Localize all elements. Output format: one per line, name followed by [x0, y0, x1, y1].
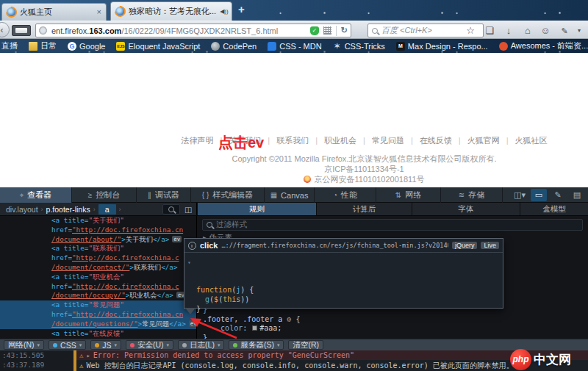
devtools-tab-storage[interactable]: ≋存储	[441, 187, 503, 203]
bookmark-item[interactable]: Awesomes - 前端资...	[499, 40, 588, 51]
devtools-tab-inspector[interactable]: ⌖查看器	[0, 187, 72, 203]
popup-badge-live[interactable]: Live	[481, 242, 499, 249]
inspector-line[interactable]: <a title="关于我们"	[0, 216, 196, 226]
inspector-line[interactable]: <a title="常见问题"	[0, 300, 196, 310]
breadcrumb-item[interactable]: a	[98, 204, 116, 215]
bookmark-label: Google	[79, 42, 105, 51]
url-bar[interactable]: ent.firefox.163.com/16/0222/09/4FMG6QJXD…	[35, 24, 351, 37]
devtools-tab-performance[interactable]: ◔性能	[315, 187, 376, 203]
console-filter-button[interactable]: 安全(U)▾	[126, 340, 173, 350]
caret-down-icon: ▾	[277, 342, 280, 348]
popup-badge-jquery[interactable]: jQuery	[452, 242, 478, 249]
bookmark-item[interactable]: CSS - MDN	[268, 42, 321, 51]
caret-down-icon: ▾	[167, 342, 170, 348]
footer-link[interactable]: 火狐官网	[467, 136, 500, 145]
clipboard-icon[interactable]: ❏	[481, 24, 498, 37]
brush-icon[interactable]: ✎	[550, 189, 566, 201]
event-badge[interactable]: ev	[189, 320, 197, 327]
console-filter-button[interactable]: 网络(N)▾	[4, 340, 44, 350]
console-filter-button[interactable]: 清空(R)	[288, 340, 323, 350]
bookmark-item[interactable]: CodePen	[211, 42, 257, 51]
console-filter-button[interactable]: 服务器(S)▾	[229, 340, 284, 350]
tab-groups-button[interactable]	[12, 25, 31, 36]
footer-link[interactable]: 法律声明	[181, 136, 213, 145]
inspector-line[interactable]: /document/about/">关于我们</a>ev	[0, 235, 196, 245]
footer-link[interactable]: 在线反馈	[420, 136, 452, 145]
inspector-line[interactable]: /document/occupy/">职业机会</a>ev	[0, 291, 196, 300]
home-icon[interactable]: ⌂	[520, 24, 536, 37]
inspector-line[interactable]: <a title="职业机会"	[0, 273, 196, 282]
console-filter-button[interactable]: 日志(L)▾	[178, 340, 224, 350]
qr-grid-icon[interactable]	[323, 26, 331, 35]
bookmark-item[interactable]: 直播	[1, 40, 18, 51]
markup-inspector: <a title="关于我们"href="http://doc.firefoxc…	[0, 216, 197, 339]
devtools-tab-label: 查看器	[27, 190, 51, 201]
console-icon: ≥	[88, 191, 93, 199]
browser-tab-home[interactable]: 火狐主页 ×	[1, 3, 107, 21]
console-filter-button[interactable]: JS▾	[90, 340, 121, 350]
separator: |	[315, 136, 318, 145]
breadcrumb-item[interactable]: p.footer-links	[46, 205, 90, 214]
smiley-icon[interactable]: ☺	[537, 24, 553, 37]
console-timestamp: :43:37.189	[0, 360, 74, 371]
inspector-line[interactable]: href="http://doc.firefoxchina.cn	[0, 226, 196, 235]
browser-tab-article[interactable]: 独家暗访：艺考无痕化... ◀)) ×	[110, 1, 232, 21]
console-filter-button[interactable]: CSS▾	[49, 340, 86, 350]
reload-icon[interactable]: ↻	[341, 26, 348, 35]
color-swatch[interactable]	[252, 325, 257, 331]
footer-link[interactable]: 常见问题	[372, 136, 404, 145]
style-editor-icon: { }	[202, 191, 209, 199]
scratchpad-icon[interactable]: ▤	[569, 189, 585, 201]
overflow-caret-icon[interactable]: ▾	[571, 24, 587, 37]
new-tab-button[interactable]: +	[238, 3, 245, 15]
style-filter-input[interactable]: 过滤样式	[202, 219, 583, 231]
event-badge[interactable]: ev	[172, 236, 182, 242]
console-message: :43:37.189⚠Web 控制台的日志记录API (console.log,…	[0, 360, 588, 371]
sidebar-tab-fonts[interactable]: 字体	[412, 203, 520, 215]
inspector-line[interactable]: <a title="在线反馈"	[0, 329, 196, 339]
back-button[interactable]: ‹	[0, 22, 10, 37]
dock-side-icon[interactable]: ◫▾	[512, 189, 528, 201]
footer-link[interactable]: 火狐社区	[515, 136, 548, 145]
toggle-sidebar-icon[interactable]: ◫	[184, 205, 192, 214]
split-console-icon[interactable]: ▭	[531, 189, 547, 201]
filter-placeholder: 过滤样式	[216, 220, 247, 230]
devtools-tab-network[interactable]: ⇅网络	[376, 187, 441, 203]
downloads-icon[interactable]: ↓	[501, 24, 517, 37]
breadcrumb-item[interactable]: div.layout	[6, 205, 38, 214]
bookmark-item[interactable]: 日常	[29, 40, 57, 51]
sidebar-tab-rules[interactable]: 规则	[197, 203, 316, 215]
footer-link[interactable]: 联系我们	[276, 136, 309, 145]
bookmark-item[interactable]: MMax Design - Respo...	[396, 42, 488, 51]
css-rule-line[interactable]: color: #aaa;	[203, 324, 300, 334]
event-source[interactable]: …://fragment.firefoxchina.cn/res/js/fchi…	[221, 242, 448, 249]
inspector-line[interactable]: /document/questions/">常见问题</a>ev	[0, 320, 196, 329]
inspector-line[interactable]: <a title="联系我们"	[0, 244, 196, 253]
bookmark-item[interactable]: ✶CSS-Tricks	[333, 42, 385, 51]
bookmark-item[interactable]: EJSEloquent JavaScript	[116, 42, 200, 51]
tab-close-icon[interactable]: ×	[97, 8, 101, 16]
event-type: click	[200, 241, 218, 250]
expand-caret-icon[interactable]: ▸	[86, 352, 90, 359]
expand-caret-icon[interactable]: ▾	[187, 258, 191, 267]
bookmark-star-icon[interactable]: ☆	[462, 24, 478, 37]
security-shield-icon[interactable]: ✓	[310, 26, 319, 35]
debugger-pause-icon[interactable]: ‖	[188, 242, 196, 250]
devtools-tab-debugger[interactable]: ∥调试器	[137, 187, 191, 203]
edit-icon[interactable]: ✎	[556, 24, 573, 37]
search-markup-button[interactable]	[162, 204, 180, 215]
devtools-tab-style-editor[interactable]: { }样式编辑器	[191, 187, 265, 203]
css-rule-line[interactable]: .footer, .footer a ⚙ {	[203, 315, 300, 325]
inspector-line[interactable]: href="http://doc.firefoxchina.c	[0, 282, 196, 292]
bookmark-item[interactable]: GGoogle	[68, 42, 105, 51]
inspector-line[interactable]: href="http://doc.firefoxchina.cn	[0, 310, 196, 320]
sidebar-tab-boxmodel[interactable]: 盒模型	[520, 203, 588, 215]
footer-link[interactable]: 职业机会	[324, 136, 356, 145]
inspector-line[interactable]: /document/contact/">联系我们</a>	[0, 263, 196, 273]
devtools-tab-canvas[interactable]: ▦Canvas	[265, 187, 315, 203]
sidebar-tab-computed[interactable]: 计算后	[316, 203, 412, 215]
tab-audio-icon[interactable]: ◀))	[220, 8, 228, 15]
devtools-tab-console[interactable]: ≥控制台	[72, 187, 137, 203]
google-icon: G	[68, 42, 76, 51]
inspector-line[interactable]: href="http://doc.firefoxchina.c	[0, 253, 196, 263]
